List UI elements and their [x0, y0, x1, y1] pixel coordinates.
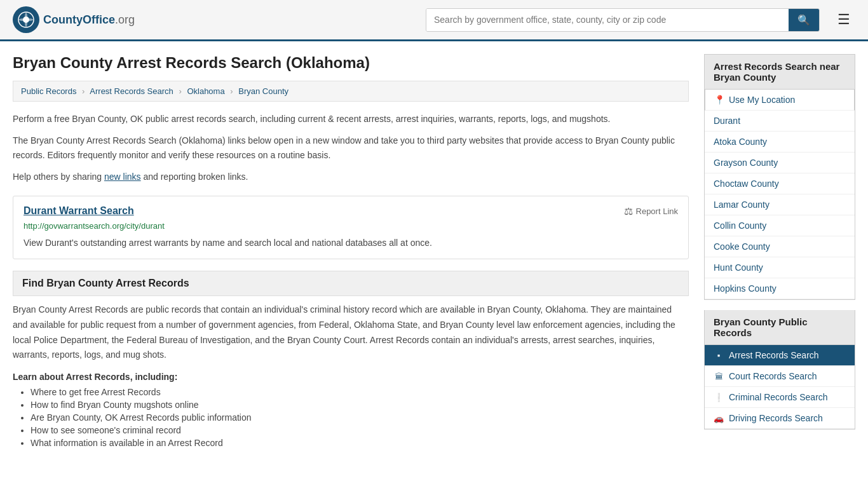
- description-2: The Bryan County Arrest Records Search (…: [13, 133, 689, 162]
- new-links-link[interactable]: new links: [104, 172, 141, 182]
- search-input[interactable]: [426, 9, 789, 31]
- use-location-row[interactable]: 📍 Use My Location: [705, 90, 855, 111]
- list-item: How to find Bryan County mugshots online: [31, 400, 689, 410]
- record-desc: View Durant's outstanding arrest warrant…: [24, 236, 678, 250]
- sidebar-link-durant[interactable]: Durant: [705, 111, 855, 132]
- section-body: Bryan County Arrest Records are public r…: [13, 302, 689, 363]
- logo[interactable]: CountyOffice.org: [13, 6, 135, 33]
- sidebar-link-hunt[interactable]: Hunt County: [705, 257, 855, 278]
- breadcrumb-sep-2: ›: [179, 86, 181, 96]
- list-item: Where to get free Arrest Records: [31, 387, 689, 397]
- breadcrumb: Public Records › Arrest Records Search ›…: [13, 81, 689, 102]
- court-icon: 🏛: [714, 372, 724, 381]
- report-label: Report Link: [636, 207, 678, 216]
- criminal-icon: ❕: [714, 393, 724, 402]
- record-url[interactable]: http://govwarrantsearch.org/city/durant: [24, 221, 678, 231]
- public-records-title: Bryan County Public Records: [704, 310, 855, 345]
- sidebar-driving-records[interactable]: 🚗 Driving Records Search: [705, 408, 855, 429]
- search-bar: 🔍: [426, 8, 820, 32]
- description-1: Perform a free Bryan County, OK public a…: [13, 112, 689, 126]
- breadcrumb-bryan-county[interactable]: Bryan County: [238, 86, 288, 96]
- sidebar-criminal-records[interactable]: ❕ Criminal Records Search: [705, 387, 855, 408]
- sidebar-link-lamar[interactable]: Lamar County: [705, 194, 855, 215]
- record-card-header: Durant Warrant Search ⚖ Report Link: [24, 205, 678, 217]
- logo-icon: [13, 6, 39, 33]
- description-3: Help others by sharing new links and rep…: [13, 170, 689, 184]
- main-content: Bryan County Arrest Records Search (Okla…: [13, 54, 689, 451]
- header: CountyOffice.org 🔍 ☰: [0, 0, 868, 41]
- record-card: Durant Warrant Search ⚖ Report Link http…: [13, 196, 689, 259]
- breadcrumb-sep-1: ›: [82, 86, 85, 96]
- search-icon: 🔍: [797, 15, 810, 25]
- record-title[interactable]: Durant Warrant Search: [24, 205, 134, 217]
- use-location-link[interactable]: Use My Location: [729, 95, 795, 105]
- list-item: What information is available in an Arre…: [31, 438, 689, 448]
- section-title: Find Bryan County Arrest Records: [22, 278, 679, 289]
- breadcrumb-oklahoma[interactable]: Oklahoma: [187, 86, 224, 96]
- sidebar-link-choctaw[interactable]: Choctaw County: [705, 173, 855, 194]
- logo-text: CountyOffice.org: [43, 13, 135, 27]
- sidebar-link-hopkins[interactable]: Hopkins County: [705, 278, 855, 299]
- search-button[interactable]: 🔍: [789, 9, 819, 31]
- arrest-icon: ▪: [714, 351, 724, 360]
- sidebar-court-records[interactable]: 🏛 Court Records Search: [705, 366, 855, 387]
- breadcrumb-sep-3: ›: [230, 86, 233, 96]
- page-title: Bryan County Arrest Records Search (Okla…: [13, 54, 689, 72]
- pin-icon: 📍: [714, 95, 725, 105]
- description: Perform a free Bryan County, OK public a…: [13, 112, 689, 184]
- sidebar-link-atoka[interactable]: Atoka County: [705, 132, 855, 152]
- nearby-title: Arrest Records Search near Bryan County: [704, 54, 855, 90]
- report-icon: ⚖: [624, 205, 633, 217]
- breadcrumb-arrest-records[interactable]: Arrest Records Search: [90, 86, 173, 96]
- section-box: Find Bryan County Arrest Records: [13, 271, 689, 296]
- menu-icon[interactable]: ☰: [832, 9, 855, 30]
- learn-list: Where to get free Arrest Records How to …: [13, 387, 689, 448]
- list-item: How to see someone's criminal record: [31, 425, 689, 435]
- sidebar: Arrest Records Search near Bryan County …: [704, 54, 855, 451]
- driving-icon: 🚗: [714, 414, 724, 423]
- sidebar-arrest-records[interactable]: ▪ Arrest Records Search: [705, 345, 855, 366]
- list-item: Are Bryan County, OK Arrest Records publ…: [31, 412, 689, 423]
- report-link[interactable]: ⚖ Report Link: [624, 205, 678, 217]
- breadcrumb-public-records[interactable]: Public Records: [21, 86, 76, 96]
- public-records-list: ▪ Arrest Records Search 🏛 Court Records …: [704, 345, 855, 430]
- learn-title: Learn about Arrest Records, including:: [13, 372, 689, 382]
- sidebar-link-grayson[interactable]: Grayson County: [705, 152, 855, 173]
- nearby-list: 📍 Use My Location Durant Atoka County Gr…: [704, 90, 855, 300]
- page-container: Bryan County Arrest Records Search (Okla…: [0, 41, 868, 463]
- sidebar-link-cooke[interactable]: Cooke County: [705, 236, 855, 257]
- sidebar-link-collin[interactable]: Collin County: [705, 215, 855, 236]
